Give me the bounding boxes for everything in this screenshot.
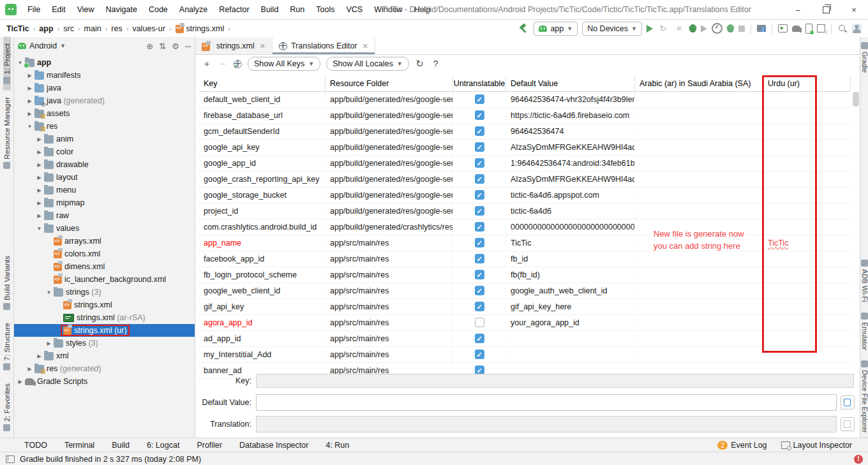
restore-button[interactable] — [812, 0, 840, 19]
profiler-icon[interactable] — [712, 23, 722, 34]
close-button[interactable]: × — [840, 0, 868, 19]
table-row[interactable]: google_api_key app/build/generated/res/g… — [199, 140, 851, 156]
vertical-scrollbar[interactable] — [853, 92, 859, 107]
tree-item[interactable]: ▶ drawable — [14, 158, 195, 171]
urdu-cell[interactable] — [763, 203, 851, 219]
arabic-cell[interactable] — [635, 92, 763, 107]
urdu-cell[interactable] — [763, 219, 851, 235]
add-key-button[interactable]: + — [202, 59, 212, 69]
untranslatable-cell[interactable] — [453, 331, 506, 346]
key-input[interactable] — [256, 374, 854, 388]
tool-window-button[interactable]: Terminal — [54, 438, 101, 452]
tab-translations-editor[interactable]: Translations Editor ✕ — [273, 38, 375, 54]
run-button[interactable] — [647, 25, 653, 33]
tree-item[interactable]: ▶ res (generated) — [14, 362, 195, 375]
tree-expand-icon[interactable]: ▶ — [36, 137, 43, 142]
expand-editor-icon[interactable] — [841, 417, 855, 431]
breadcrumb-item[interactable]: src › — [63, 24, 84, 33]
default-value-cell[interactable] — [506, 347, 635, 362]
menu-item[interactable]: Code — [143, 0, 174, 19]
tree-item[interactable]: strings.xml (ar-rSA) — [14, 311, 195, 324]
tree-expand-icon[interactable]: ▶ — [26, 85, 33, 91]
default-value-cell[interactable]: gif_api_key_here — [506, 299, 635, 314]
resource-folder-cell[interactable]: app/build/generated/res/google-ser — [326, 203, 453, 219]
menu-item[interactable]: File — [22, 0, 46, 19]
default-value-cell[interactable]: 00000000000000000000000000000 — [506, 219, 635, 235]
tree-item[interactable]: dimens.xml — [14, 260, 195, 273]
arabic-cell[interactable] — [635, 188, 763, 203]
arabic-cell[interactable] — [635, 203, 763, 219]
table-row[interactable]: ad_app_id app/src/main/res — [199, 331, 851, 347]
untranslatable-checkbox[interactable] — [475, 142, 484, 152]
table-row[interactable]: firebase_database_url app/build/generate… — [199, 108, 851, 124]
arabic-cell[interactable] — [635, 140, 763, 155]
build-hammer-icon[interactable] — [518, 23, 529, 34]
tree-item[interactable]: ▼ strings (3) — [14, 286, 195, 299]
close-icon[interactable]: ✕ — [260, 42, 266, 50]
layout-validation-icon[interactable] — [805, 24, 812, 34]
tree-expand-icon[interactable]: ▶ — [17, 379, 24, 385]
menu-item[interactable]: Analyze — [174, 0, 213, 19]
untranslatable-cell[interactable] — [453, 124, 506, 139]
resource-folder-cell[interactable]: app/build/generated/res/google-ser — [326, 124, 453, 139]
key-cell[interactable]: project_id — [199, 203, 326, 219]
untranslatable-checkbox[interactable] — [475, 334, 484, 343]
build-output-icon[interactable]: ≡ — [673, 23, 685, 34]
default-value-cell[interactable]: 964642536474 — [506, 124, 635, 139]
arabic-cell[interactable] — [635, 283, 763, 299]
resource-folder-cell[interactable]: app/build/generated/res/google-ser — [326, 92, 453, 107]
table-row[interactable]: google_web_client_id app/src/main/res go… — [199, 283, 851, 299]
key-cell[interactable]: firebase_database_url — [199, 108, 326, 123]
tool-window-button[interactable]: 1: Project — [3, 37, 11, 91]
tree-expand-icon[interactable]: ▶ — [26, 111, 33, 117]
table-row[interactable]: app_name app/src/main/res TicTic TicTic — [199, 235, 851, 251]
table-row[interactable]: google_app_id app/build/generated/res/go… — [199, 156, 851, 172]
default-value-cell[interactable]: tictic-6a4d6.appspot.com — [506, 188, 635, 203]
key-cell[interactable]: default_web_client_id — [199, 92, 326, 107]
tool-window-button[interactable]: ADB Wi-Fi — [861, 255, 868, 307]
error-notification-icon[interactable]: ! — [854, 455, 863, 464]
urdu-cell[interactable] — [763, 172, 851, 187]
untranslatable-cell[interactable] — [453, 219, 506, 235]
menu-item[interactable]: VCS — [340, 0, 368, 19]
tree-item[interactable]: ▶ Gradle Scripts — [14, 375, 195, 388]
table-row[interactable]: agora_app_id app/src/main/res your_agora… — [199, 315, 851, 331]
resource-folder-cell[interactable]: app/build/generated/res/google-ser — [326, 172, 453, 187]
tree-item[interactable]: ▶ anim — [14, 133, 195, 145]
default-value-cell[interactable]: TicTic — [506, 235, 635, 251]
tree-item[interactable]: ▶ java (generated) — [14, 94, 195, 107]
tree-item[interactable]: ▶ styles (3) — [14, 337, 195, 350]
untranslatable-cell[interactable] — [453, 267, 506, 283]
tree-item[interactable]: strings.xml (ur) — [14, 324, 195, 337]
tree-expand-icon[interactable]: ▶ — [36, 175, 43, 181]
resource-folder-cell[interactable]: app/src/main/res — [326, 235, 453, 251]
untranslatable-cell[interactable] — [453, 251, 506, 267]
urdu-cell[interactable] — [763, 108, 851, 123]
untranslatable-checkbox[interactable] — [475, 206, 484, 216]
resource-folder-cell[interactable]: app/build/generated/res/google-ser — [326, 156, 453, 171]
tool-window-button[interactable]: Profiler — [186, 438, 229, 452]
tool-window-button[interactable]: Build Variants — [3, 249, 11, 316]
table-row[interactable]: gcm_defaultSenderId app/build/generated/… — [199, 124, 851, 140]
untranslatable-checkbox[interactable] — [475, 174, 484, 184]
tree-expand-icon[interactable]: ▼ — [17, 60, 24, 66]
urdu-cell[interactable] — [763, 124, 851, 139]
tree-expand-icon[interactable]: ▶ — [45, 341, 52, 346]
tool-window-button[interactable]: Device File Explorer — [861, 355, 868, 438]
tree-expand-icon[interactable]: ▼ — [45, 290, 52, 295]
project-view-selector[interactable]: Android ▼ — [18, 41, 66, 50]
menu-item[interactable]: Edit — [46, 0, 71, 19]
tree-expand-icon[interactable]: ▶ — [36, 188, 43, 193]
untranslatable-checkbox[interactable] — [475, 190, 484, 200]
default-value-cell[interactable]: 1:964642536474:android:34feb61b — [506, 156, 635, 171]
default-value-cell[interactable]: fb_id — [506, 251, 635, 267]
key-cell[interactable]: google_app_id — [199, 156, 326, 171]
default-value-cell[interactable]: fb(fb_id) — [506, 267, 635, 283]
add-locale-button[interactable] — [234, 60, 242, 68]
untranslatable-cell[interactable] — [453, 92, 506, 107]
device-manager-icon[interactable] — [757, 25, 766, 32]
tree-item[interactable]: colors.xml — [14, 247, 195, 260]
tree-item[interactable]: ▼ res — [14, 120, 195, 133]
untranslatable-checkbox[interactable] — [475, 238, 484, 247]
key-cell[interactable]: google_crash_reporting_api_key — [199, 172, 326, 187]
